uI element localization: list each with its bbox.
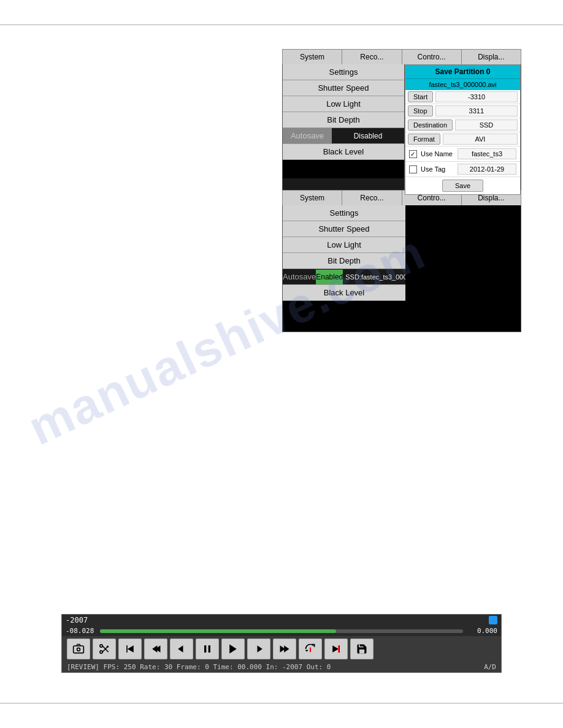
lower-menu-shutter-speed[interactable]: Shutter Speed <box>283 221 405 237</box>
dialog-filename: fastec_ts3_000000.avi <box>405 78 520 90</box>
svg-marker-6 <box>128 645 134 653</box>
lower-tab-record[interactable]: Reco... <box>342 191 402 205</box>
menu-low-light[interactable]: Low Light <box>283 96 404 112</box>
pause-button[interactable] <box>196 639 219 659</box>
play-button[interactable] <box>221 639 245 659</box>
progress-row: -08.028 0.000 <box>62 626 501 636</box>
svg-point-1 <box>77 648 80 651</box>
dialog-use-tag-row: Use Tag 2012-01-29 <box>405 162 520 177</box>
tab-record[interactable]: Reco... <box>342 50 402 64</box>
format-button[interactable]: Format <box>408 134 440 145</box>
lower-menu-black-level[interactable]: Black Level <box>283 285 405 301</box>
svg-marker-13 <box>229 645 237 654</box>
use-tag-checkbox[interactable] <box>409 165 417 173</box>
svg-rect-12 <box>209 645 210 653</box>
fast-forward-button[interactable] <box>273 639 296 659</box>
svg-rect-21 <box>338 645 339 653</box>
lower-autosave-status: Enabled <box>316 270 343 284</box>
svg-rect-0 <box>74 646 84 653</box>
camera-button[interactable] <box>67 639 90 659</box>
menu-shutter-speed[interactable]: Shutter Speed <box>283 80 404 96</box>
stop-button[interactable]: Stop <box>408 105 433 116</box>
autosave-disabled-value: Disabled <box>332 129 404 143</box>
menu-settings[interactable]: Settings <box>283 64 404 80</box>
svg-point-3 <box>100 651 102 653</box>
svg-point-2 <box>100 645 102 647</box>
status-right: A/D <box>484 663 496 671</box>
timecode-left: -2007 <box>66 616 88 624</box>
loop-button[interactable] <box>299 639 322 659</box>
dialog-stop-row: Stop 3311 <box>405 104 520 118</box>
lower-menu-low-light[interactable]: Low Light <box>283 237 405 253</box>
lower-menu-bit-depth[interactable]: Bit Depth <box>283 253 405 269</box>
controls-row <box>62 636 501 662</box>
lower-menu-area: Settings Shutter Speed Low Light Bit Dep… <box>282 205 521 332</box>
black-area-upper <box>283 160 404 178</box>
playback-bar: -2007 -08.028 0.000 <box>61 614 502 673</box>
svg-marker-14 <box>258 645 262 653</box>
step-back-button[interactable] <box>170 639 193 659</box>
stop-value: 3311 <box>435 105 518 116</box>
dialog-save-button[interactable]: Save <box>442 180 483 192</box>
top-rule <box>0 25 563 25</box>
upper-menu: Settings Shutter Speed Low Light Bit Dep… <box>283 64 405 195</box>
step-forward-button[interactable] <box>247 639 270 659</box>
destination-button[interactable]: Destination <box>408 119 453 131</box>
svg-marker-16 <box>284 645 289 653</box>
status-row: [REVIEW] FPS: 250 Rate: 30 Frame: 0 Time… <box>62 662 501 672</box>
use-tag-label: Use Tag <box>421 165 458 173</box>
skip-start-button[interactable] <box>118 639 142 659</box>
skip-end-button[interactable] <box>324 639 348 659</box>
time-left: -08.028 <box>66 627 96 635</box>
svg-marker-18 <box>332 645 339 653</box>
trim-button[interactable] <box>93 639 116 659</box>
lower-tab-system[interactable]: System <box>283 191 342 205</box>
dialog-format-row: Format AVI <box>405 132 520 146</box>
lower-right-black <box>405 205 521 332</box>
use-name-checkbox[interactable] <box>409 150 417 158</box>
dialog-use-name-row: Use Name fastec_ts3 <box>405 146 520 162</box>
tab-display[interactable]: Displa... <box>462 50 521 64</box>
start-value: -3310 <box>435 91 518 102</box>
upper-panel: System Reco... Contro... Displa... Setti… <box>282 49 521 195</box>
bottom-rule <box>0 703 563 703</box>
svg-rect-11 <box>204 645 206 653</box>
upper-tab-row: System Reco... Contro... Displa... <box>282 49 521 64</box>
tab-control[interactable]: Contro... <box>402 50 462 64</box>
dialog-start-row: Start -3310 <box>405 90 520 104</box>
autosave-row: Autosave Disabled <box>283 128 404 144</box>
progress-track[interactable] <box>100 629 463 633</box>
use-name-label: Use Name <box>421 150 458 157</box>
menu-black-level-upper[interactable]: Black Level <box>283 144 404 160</box>
svg-marker-10 <box>178 645 183 653</box>
timecode-indicator <box>489 616 497 624</box>
dialog-title: Save Partition 0 <box>405 65 520 78</box>
save-dialog: Save Partition 0 fastec_ts3_000000.avi S… <box>405 64 521 195</box>
save-button[interactable] <box>350 639 373 659</box>
lower-menu-settings[interactable]: Settings <box>283 205 405 221</box>
status-left: [REVIEW] FPS: 250 Rate: 30 Frame: 0 Time… <box>67 663 331 671</box>
lower-autosave-label: Autosave <box>283 269 316 284</box>
dialog-destination-row: Destination SSD <box>405 118 520 132</box>
lower-menu: Settings Shutter Speed Low Light Bit Dep… <box>283 205 405 332</box>
format-value: AVI <box>443 134 518 145</box>
time-right: 0.000 <box>467 627 497 635</box>
start-button[interactable]: Start <box>408 91 433 102</box>
lower-autosave-row: Autosave Enabled SSD:fastec_ts3_000000.a… <box>283 269 405 285</box>
lower-panel: System Reco... Contro... Displa... Setti… <box>282 190 521 332</box>
tab-system[interactable]: System <box>283 50 342 64</box>
prev-frame-button[interactable] <box>144 639 167 659</box>
autosave-label: Autosave <box>283 128 332 143</box>
svg-rect-7 <box>126 645 128 653</box>
use-name-value: fastec_ts3 <box>458 148 516 159</box>
menu-bit-depth[interactable]: Bit Depth <box>283 112 404 128</box>
destination-value: SSD <box>455 119 518 131</box>
use-tag-value: 2012-01-29 <box>458 164 516 175</box>
timecode-row: -2007 <box>62 615 501 626</box>
black-area-lower <box>283 301 405 332</box>
progress-fill <box>100 629 336 633</box>
